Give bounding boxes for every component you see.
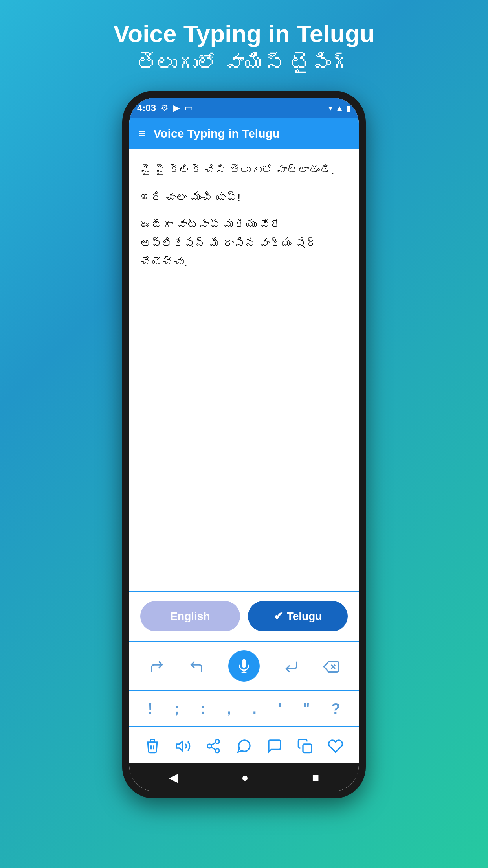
- top-header: Voice Typing in Telugu తెలుగులో వాయిస్ ట…: [114, 0, 375, 91]
- svg-marker-5: [176, 741, 182, 750]
- svg-line-10: [211, 743, 216, 745]
- main-title-english: Voice Typing in Telugu: [114, 20, 375, 48]
- signal-icon: ▲: [336, 104, 343, 113]
- svg-rect-4: [150, 739, 154, 742]
- status-left: 4:03 ⚙ ▶ ▭: [137, 103, 193, 114]
- colon-key[interactable]: :: [201, 701, 205, 717]
- app-bar: ≡ Voice Typing in Telugu: [129, 118, 359, 149]
- keyboard-controls-row: [129, 641, 359, 690]
- status-right: ▾ ▲ ▮: [328, 103, 351, 113]
- undo-icon[interactable]: [189, 657, 204, 674]
- status-time: 4:03: [137, 103, 156, 114]
- action-row: [129, 726, 359, 763]
- settings-icon: ⚙: [161, 103, 169, 113]
- exclamation-key[interactable]: !: [148, 701, 153, 717]
- main-title-telugu: తెలుగులో వాయిస్ టైపింగ్: [136, 51, 352, 75]
- punctuation-row: ! ; : , . ' " ?: [129, 690, 359, 726]
- content-area[interactable]: మై పై క్లిక్ చేసి తెలుగులో మాట్లాడండి. ఇ…: [129, 149, 359, 591]
- language-buttons-row: English ✔ Telugu: [129, 591, 359, 641]
- menu-button[interactable]: ≡: [139, 127, 146, 140]
- semicolon-key[interactable]: ;: [174, 701, 179, 717]
- microphone-button[interactable]: [228, 650, 260, 682]
- recents-button[interactable]: ■: [312, 771, 319, 784]
- phone-screen: 4:03 ⚙ ▶ ▭ ▾ ▲ ▮ ≡ Voice Typing in Telug…: [129, 98, 359, 791]
- backspace-icon[interactable]: [323, 657, 339, 674]
- share-action-icon[interactable]: [205, 737, 221, 754]
- period-key[interactable]: .: [253, 701, 257, 717]
- nav-bar: ◀ ● ■: [129, 763, 359, 791]
- phone-device: 4:03 ⚙ ▶ ▭ ▾ ▲ ▮ ≡ Voice Typing in Telug…: [122, 91, 366, 798]
- telugu-line-2: ఇది చాలా మంచి యాప్!: [140, 188, 348, 207]
- apostrophe-key[interactable]: ': [278, 701, 282, 717]
- heart-icon[interactable]: [328, 737, 343, 754]
- telugu-button-label: Telugu: [287, 610, 322, 623]
- question-key[interactable]: ?: [331, 701, 340, 717]
- svg-point-7: [207, 744, 211, 748]
- home-button[interactable]: ●: [241, 771, 248, 784]
- wifi-icon: ▾: [328, 103, 332, 113]
- messenger-icon[interactable]: [267, 737, 283, 754]
- battery-icon: ▮: [347, 103, 351, 113]
- id-icon: ▭: [185, 103, 193, 113]
- forward-icon[interactable]: [149, 657, 165, 674]
- quote-key[interactable]: ": [303, 701, 310, 717]
- copy-icon[interactable]: [297, 737, 313, 754]
- status-bar: 4:03 ⚙ ▶ ▭ ▾ ▲ ▮: [129, 98, 359, 118]
- svg-line-9: [211, 747, 216, 750]
- svg-point-8: [215, 749, 219, 753]
- back-button[interactable]: ◀: [169, 771, 178, 784]
- comma-key[interactable]: ,: [227, 701, 231, 717]
- volume-icon[interactable]: [175, 737, 191, 754]
- whatsapp-icon[interactable]: [236, 737, 252, 754]
- play-icon: ▶: [173, 103, 180, 113]
- svg-point-6: [215, 739, 219, 743]
- delete-action-icon[interactable]: [145, 737, 160, 754]
- checkmark-icon: ✔: [274, 610, 283, 623]
- app-title: Voice Typing in Telugu: [154, 127, 280, 140]
- english-button[interactable]: English: [140, 601, 240, 631]
- svg-rect-11: [303, 744, 312, 753]
- telugu-line-1: మై పై క్లిక్ చేసి తెలుగులో మాట్లాడండి.: [140, 161, 348, 180]
- enter-icon[interactable]: [284, 657, 299, 674]
- telugu-line-3: ఈజీగా వాట్సాప్ మరియు వేరే అప్లికేషన్ మీ …: [140, 215, 348, 272]
- telugu-button[interactable]: ✔ Telugu: [248, 601, 348, 631]
